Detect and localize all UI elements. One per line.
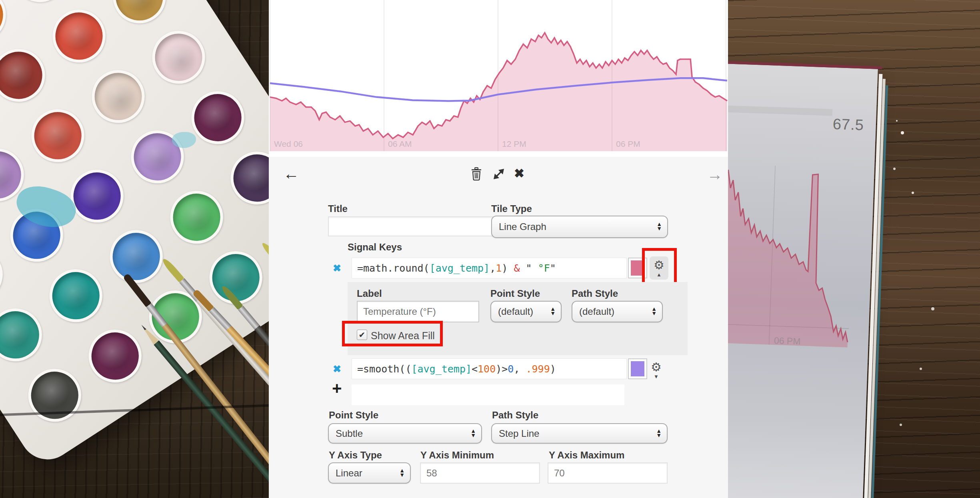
signal-path-style-select[interactable]: (default) ▲▼ bbox=[572, 301, 663, 322]
back-arrow-icon[interactable]: ← bbox=[283, 166, 299, 182]
paint-pan bbox=[100, 220, 173, 293]
x-axis-tick-label: 12 PM bbox=[502, 139, 526, 149]
signal-formula-input-1[interactable]: =math.round([avg_temp],1) & " °F" bbox=[352, 258, 627, 278]
x-axis-tick-label: 06 AM bbox=[388, 139, 412, 149]
gear-icon: ⚙ bbox=[654, 259, 664, 271]
paper-header-bar bbox=[728, 105, 832, 114]
paint-pan-grid bbox=[0, 0, 269, 470]
paint-pan bbox=[0, 238, 13, 311]
remove-signal-icon[interactable]: ✖ bbox=[333, 262, 341, 274]
signal-path-style-label: Path Style bbox=[572, 288, 618, 299]
paint-pan bbox=[3, 0, 76, 12]
gear-icon: ⚙ bbox=[651, 361, 662, 373]
expand-icon[interactable] bbox=[493, 168, 505, 181]
y-axis-min-label: Y Axis Minimum bbox=[420, 450, 494, 461]
path-style-value: Step Line bbox=[499, 428, 539, 439]
tile-type-value: Line Graph bbox=[499, 221, 546, 232]
y-axis-max-label: Y Axis Maximum bbox=[549, 450, 624, 461]
paint-pan bbox=[0, 39, 55, 112]
point-style-value: Subtle bbox=[336, 428, 363, 439]
collapse-triangle-icon: ▲ bbox=[656, 272, 662, 277]
signal-color-swatch-1[interactable] bbox=[628, 258, 647, 278]
paint-pan bbox=[60, 160, 134, 233]
paint-palette-tray bbox=[0, 0, 269, 470]
paint-pan bbox=[21, 99, 94, 172]
point-style-label: Point Style bbox=[329, 410, 378, 421]
paint-pan bbox=[18, 359, 91, 432]
signal-settings-gear-1[interactable]: ⚙ ▲ bbox=[650, 256, 668, 280]
chart-bottom-gap bbox=[269, 151, 728, 157]
signal-keys-label: Signal Keys bbox=[348, 242, 402, 253]
title-input[interactable] bbox=[328, 216, 496, 236]
path-style-select[interactable]: Step Line ▲▼ bbox=[491, 423, 668, 444]
signal-formula-text: =math.round([avg_temp],1) & " °F" bbox=[357, 262, 556, 274]
tile-type-label: Tile Type bbox=[491, 203, 532, 214]
paint-pan bbox=[0, 0, 16, 52]
tile-editor-panel: Wed 0606 AM12 PM06 PM ← ✖ → Title bbox=[269, 0, 728, 498]
select-arrows-icon: ▲▼ bbox=[470, 429, 476, 438]
background-photo-notebook: 67.5 06 PM bbox=[728, 0, 980, 498]
screenshot-root: Wed 0606 AM12 PM06 PM ← ✖ → Title bbox=[0, 0, 980, 498]
paint-pan bbox=[121, 120, 194, 194]
paint-pan bbox=[220, 142, 269, 215]
signal-point-style-select[interactable]: (default) ▲▼ bbox=[490, 301, 562, 322]
paper-value-label: 67.5 bbox=[832, 116, 864, 134]
signal-settings-gear-2[interactable]: ⚙ ▼ bbox=[651, 361, 662, 379]
y-axis-max-input[interactable] bbox=[548, 462, 668, 484]
title-label: Title bbox=[328, 203, 348, 214]
paint-pan bbox=[160, 181, 233, 254]
forward-arrow-icon[interactable]: → bbox=[707, 166, 723, 182]
paint-pan bbox=[82, 60, 155, 133]
signal-point-style-value: (default) bbox=[498, 306, 533, 317]
paint-pan bbox=[260, 202, 269, 275]
show-area-fill-label: Show Area Fill bbox=[371, 330, 435, 342]
tile-type-select[interactable]: Line Graph ▲▼ bbox=[491, 216, 668, 238]
y-axis-min-input[interactable] bbox=[420, 462, 540, 484]
signal-formula-text: =smooth(([avg_temp]<100)>0, .999) bbox=[357, 363, 556, 375]
point-style-select[interactable]: Subtle ▲▼ bbox=[328, 423, 482, 444]
paper-chart: 06 PM bbox=[728, 163, 856, 349]
remove-signal-icon[interactable]: ✖ bbox=[333, 363, 341, 375]
signal-color-swatch-2[interactable] bbox=[628, 358, 647, 379]
select-arrows-icon: ▲▼ bbox=[651, 307, 657, 316]
select-arrows-icon: ▲▼ bbox=[656, 429, 662, 438]
select-arrows-icon: ▲▼ bbox=[656, 222, 662, 231]
close-icon[interactable]: ✖ bbox=[514, 167, 524, 180]
paint-pan bbox=[42, 0, 116, 73]
expand-triangle-icon: ▼ bbox=[654, 374, 659, 379]
paint-pan bbox=[39, 259, 112, 332]
paper-x-tick-label: 06 PM bbox=[774, 335, 800, 347]
y-axis-type-label: Y Axis Type bbox=[329, 450, 382, 461]
y-axis-type-value: Linear bbox=[336, 468, 362, 479]
paint-pan bbox=[103, 0, 176, 33]
y-axis-type-select[interactable]: Linear ▲▼ bbox=[328, 462, 411, 484]
signal-label-label: Label bbox=[357, 288, 382, 299]
x-axis-tick-label: 06 PM bbox=[616, 139, 640, 149]
trash-icon[interactable] bbox=[470, 167, 482, 182]
line-graph-svg bbox=[269, 0, 728, 151]
paint-pan bbox=[78, 320, 152, 393]
select-arrows-icon: ▲▼ bbox=[399, 468, 405, 477]
path-style-label: Path Style bbox=[492, 410, 538, 421]
add-signal-icon[interactable]: + bbox=[332, 380, 342, 397]
signal-point-style-label: Point Style bbox=[490, 288, 540, 299]
new-signal-input[interactable] bbox=[352, 384, 624, 405]
signal-formula-input-2[interactable]: =smooth(([avg_temp]<100)>0, .999) bbox=[352, 358, 627, 379]
signal-path-style-value: (default) bbox=[579, 306, 614, 317]
paint-pan bbox=[0, 298, 52, 372]
line-graph-preview: Wed 0606 AM12 PM06 PM bbox=[269, 0, 728, 151]
x-axis-tick-label: Wed 06 bbox=[274, 139, 303, 149]
notebook-cover-edge bbox=[728, 60, 882, 69]
show-area-fill-checkbox[interactable]: ✔ bbox=[357, 330, 367, 340]
signal-label-input[interactable] bbox=[357, 301, 479, 322]
background-photo-watercolor-palette bbox=[0, 0, 269, 498]
notebook-paper: 67.5 06 PM bbox=[728, 63, 878, 498]
select-arrows-icon: ▲▼ bbox=[550, 307, 556, 316]
paint-speckles bbox=[896, 120, 898, 122]
signal-settings-panel: Label Point Style (default) ▲▼ Path Styl… bbox=[348, 282, 688, 355]
paint-pan bbox=[142, 21, 215, 94]
